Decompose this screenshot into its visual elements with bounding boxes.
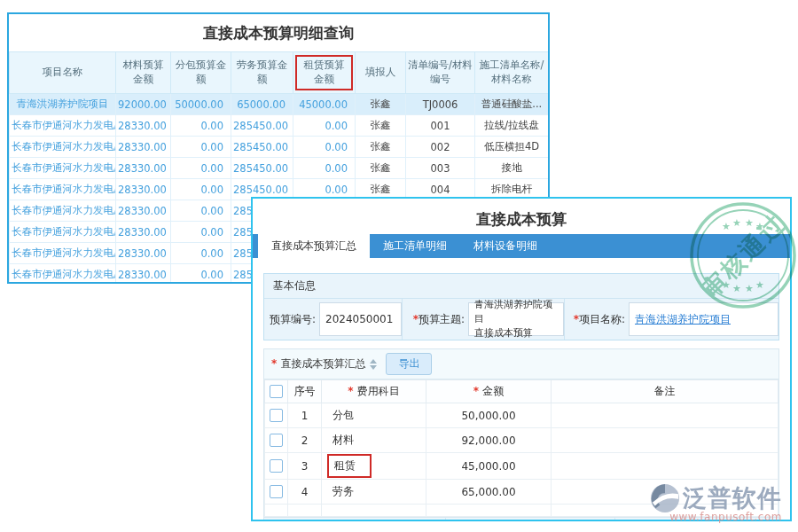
cell: 0.00	[293, 137, 356, 158]
cell: 张鑫	[356, 158, 406, 179]
budget-no-label: 预算编号:	[264, 299, 319, 340]
cell-no: 2	[288, 428, 322, 453]
column-header-list-name: 施工清单名称/材料名称	[475, 52, 549, 94]
row-checkbox[interactable]	[270, 409, 283, 422]
cell-subject: 租赁	[322, 453, 426, 480]
cell: 长春市伊通河水力发电厂	[10, 222, 116, 243]
table-row[interactable]: 1分包50,000.00	[265, 403, 778, 428]
cell: 285450.00	[231, 158, 293, 179]
summary-table-header-row: 序号 费用科目 金额 备注	[265, 380, 778, 403]
subject-input[interactable]: 青海洪湖养护院项目 直接成本预算	[468, 302, 564, 336]
table-row[interactable]: 3租赁45,000.00	[265, 453, 778, 480]
cell: 青海洪湖养护院项目	[10, 94, 116, 115]
cell: 28330.00	[116, 200, 171, 222]
column-header-project: 项目名称	[10, 52, 116, 94]
field-budget-no: 预算编号: 2024050001	[264, 299, 402, 340]
query-window-title: 直接成本预算明细查询	[9, 14, 548, 51]
budget-window: 直接成本预算 直接成本预算汇总 施工清单明细 材料设备明细 基本信息 预算编号:…	[251, 197, 792, 521]
column-header-no: 序号	[288, 380, 322, 403]
cell: 接地	[475, 158, 549, 179]
table-row[interactable]: 长春市伊通河水力发电厂28330.000.00285450.000.00张鑫00…	[10, 115, 549, 137]
tab-budget-summary[interactable]: 直接成本预算汇总	[258, 234, 370, 258]
subject-line1: 青海洪湖养护院项目	[474, 298, 558, 326]
select-all-checkbox[interactable]	[270, 385, 283, 398]
cell-subject: 劳务	[322, 480, 426, 505]
cell: 0.00	[171, 200, 231, 222]
column-header-list-code: 清单编号/材料编号	[406, 52, 475, 94]
checkbox-cell	[265, 428, 288, 453]
cell-remark	[552, 403, 778, 428]
column-header-labor-budget: 劳务预算金额	[231, 52, 293, 94]
cell: 长春市伊通河水力发电厂	[10, 200, 116, 222]
cell-remark	[552, 453, 778, 480]
row-checkbox[interactable]	[270, 434, 283, 447]
field-subject: 预算主题: 青海洪湖养护院项目 直接成本预算	[402, 299, 564, 340]
cell: 0.00	[171, 158, 231, 179]
cell: 0.00	[171, 243, 231, 264]
row-checkbox[interactable]	[270, 459, 283, 473]
cell: 0.00	[293, 115, 356, 137]
budget-window-title: 直接成本预算	[253, 199, 790, 234]
column-header-subject: 费用科目	[322, 380, 426, 403]
basic-info-title: 基本信息	[264, 274, 778, 299]
cell: 长春市伊通河水力发电厂	[10, 243, 116, 264]
field-project: 项目名称: 青海洪湖养护院项目	[564, 299, 778, 340]
project-input: 青海洪湖养护院项目	[629, 302, 778, 336]
cell: 长春市伊通河水力发电厂	[10, 137, 116, 158]
table-row[interactable]: 长春市伊通河水力发电厂28330.000.00285450.000.00张鑫00…	[10, 158, 549, 179]
cell: 长春市伊通河水力发电厂	[10, 179, 116, 200]
cell: 张鑫	[356, 115, 406, 137]
row-checkbox[interactable]	[270, 485, 283, 498]
cell: 0.00	[171, 179, 231, 200]
cell: 50000.00	[171, 94, 231, 115]
cell: 张鑫	[356, 94, 406, 115]
budget-no-value: 2024050001	[325, 313, 395, 325]
export-button[interactable]: 导出	[386, 353, 432, 375]
cell: 65000.00	[231, 94, 293, 115]
cell: 92000.00	[116, 94, 171, 115]
cell: 0.00	[171, 264, 231, 285]
cell: 普通硅酸盐...	[475, 94, 549, 115]
cell: 28330.00	[116, 243, 171, 264]
cell-amount: 65,000.00	[426, 480, 552, 505]
budget-no-input[interactable]: 2024050001	[319, 302, 402, 336]
subject-label: 预算主题:	[403, 299, 468, 340]
tab-bar: 直接成本预算汇总 施工清单明细 材料设备明细	[253, 234, 790, 258]
column-header-subcontract-budget: 分包预算金额	[171, 52, 231, 94]
screen: 直接成本预算明细查询 项目名称 材料预算金额 分包预算金额 劳务预算金额 租赁预…	[0, 0, 798, 532]
cell: 28330.00	[116, 137, 171, 158]
cell: 长春市伊通河水力发电厂	[10, 264, 116, 285]
cell: 长春市伊通河水力发电厂	[10, 115, 116, 137]
cell: 28330.00	[116, 264, 171, 285]
cell: 001	[406, 115, 475, 137]
table-row[interactable]: 长春市伊通河水力发电厂28330.000.00285450.000.00张鑫00…	[10, 137, 549, 158]
cell: 285450.00	[231, 137, 293, 158]
cell: 45000.00	[293, 94, 356, 115]
cell: 28330.00	[116, 158, 171, 179]
caps-amount: 壹拾捌万柒仟圆整	[525, 520, 601, 522]
column-header-material-budget: 材料预算金额	[116, 52, 171, 94]
checkbox-cell	[265, 480, 288, 505]
table-row[interactable]: 青海洪湖养护院项目92000.0050000.0065000.0045000.0…	[10, 94, 549, 115]
tab-material-equipment-detail[interactable]: 材料设备明细	[460, 234, 551, 258]
cell: 拉线/拉线盘	[475, 115, 549, 137]
red-highlight-box: 租赁	[327, 454, 372, 478]
cell-subject: 材料	[322, 428, 426, 453]
cell: 长春市伊通河水力发电厂	[10, 158, 116, 179]
summary-section-label: 直接成本预算汇总	[271, 356, 365, 372]
cell-no: 4	[288, 480, 322, 505]
project-link[interactable]: 青海洪湖养护院项目	[635, 312, 772, 327]
tab-construction-list-detail[interactable]: 施工清单明细	[370, 234, 460, 258]
brand-name: 泛普软件	[683, 482, 782, 514]
column-header-lease-budget: 租赁预算金额	[293, 52, 356, 94]
table-row[interactable]: 2材料92,000.00	[265, 428, 778, 453]
cell-remark	[552, 428, 778, 453]
cell: 张鑫	[356, 137, 406, 158]
basic-info-body: 预算编号: 2024050001 预算主题: 青海洪湖养护院项目 直接成本预算	[264, 299, 778, 340]
red-highlight-box: 租赁预算金额	[295, 55, 353, 90]
sort-icon[interactable]	[370, 359, 377, 370]
column-header-reporter: 填报人	[356, 52, 406, 94]
cell: 0.00	[293, 158, 356, 179]
cell: 28330.00	[116, 222, 171, 243]
brand-logo-icon	[650, 483, 680, 513]
